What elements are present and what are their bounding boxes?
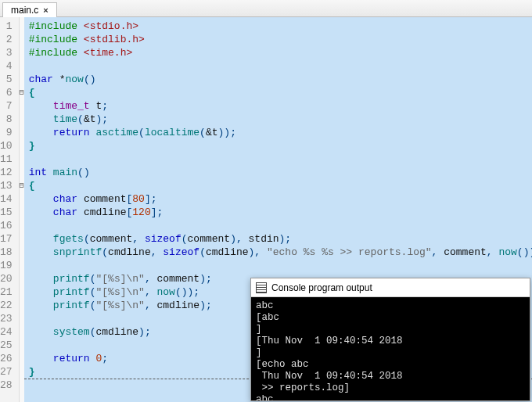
line-number: 8 <box>0 113 19 126</box>
code-line[interactable] <box>29 59 532 73</box>
terminal-icon <box>256 282 267 293</box>
line-number: 11 <box>0 153 19 166</box>
code-line[interactable]: #include <time.h> <box>29 46 532 59</box>
code-line[interactable]: time(&t); <box>29 113 532 126</box>
code-line[interactable]: char *now() <box>29 73 532 86</box>
tab-main-c[interactable]: main.c × <box>2 2 57 17</box>
line-number: 17 <box>0 232 19 246</box>
line-number: 26 <box>0 352 19 365</box>
code-line[interactable]: time_t t; <box>29 99 532 113</box>
code-line[interactable]: return asctime(localtime(&t)); <box>29 126 532 139</box>
line-number: 20 <box>0 272 19 285</box>
code-line[interactable]: { <box>29 86 532 99</box>
line-number: 18 <box>0 246 19 259</box>
close-icon[interactable]: × <box>43 5 48 15</box>
code-line[interactable] <box>29 219 532 232</box>
line-number: 1 <box>0 20 19 33</box>
line-number: 19 <box>0 259 19 272</box>
code-line[interactable]: { <box>29 179 532 192</box>
line-number: 22 <box>0 299 19 312</box>
line-number: 10 <box>0 139 19 153</box>
tab-bar: main.c × <box>0 0 532 17</box>
console-title: Console program output <box>271 282 372 293</box>
code-line[interactable]: char comment[80]; <box>29 192 532 206</box>
console-titlebar[interactable]: Console program output <box>251 278 530 297</box>
code-line[interactable]: int main() <box>29 166 532 179</box>
line-number: 4 <box>0 59 19 73</box>
line-number: 24 <box>0 325 19 339</box>
line-number: 21 <box>0 285 19 299</box>
line-number: 13 <box>0 179 19 192</box>
line-gutter: 1234567891011121314151617181920212223242… <box>0 17 20 402</box>
line-number: 16 <box>0 219 19 232</box>
code-line[interactable] <box>29 153 532 166</box>
line-number: 9 <box>0 126 19 139</box>
code-line[interactable]: fgets(comment, sizeof(comment), stdin); <box>29 232 532 246</box>
code-line[interactable]: #include <stdlib.h> <box>29 33 532 46</box>
line-number: 2 <box>0 33 19 46</box>
code-line[interactable] <box>29 259 532 272</box>
line-number: 15 <box>0 206 19 219</box>
line-number: 3 <box>0 46 19 59</box>
line-number: 23 <box>0 312 19 325</box>
code-line[interactable]: char cmdline[120]; <box>29 206 532 219</box>
line-number: 7 <box>0 99 19 113</box>
console-window[interactable]: Console program output abc [abc ] [Thu N… <box>250 278 530 401</box>
code-line[interactable]: snprintf(cmdline, sizeof(cmdline), "echo… <box>29 246 532 259</box>
console-output: abc [abc ] [Thu Nov 1 09:40:54 2018 ] [e… <box>251 297 530 400</box>
line-number: 5 <box>0 73 19 86</box>
line-number: 28 <box>0 379 19 392</box>
tab-label: main.c <box>11 5 38 16</box>
line-number: 14 <box>0 192 19 206</box>
line-number: 12 <box>0 166 19 179</box>
code-line[interactable]: } <box>29 139 532 153</box>
line-number: 27 <box>0 365 19 379</box>
line-number: 6 <box>0 86 19 99</box>
line-number: 25 <box>0 339 19 352</box>
code-line[interactable]: #include <stdio.h> <box>29 20 532 33</box>
